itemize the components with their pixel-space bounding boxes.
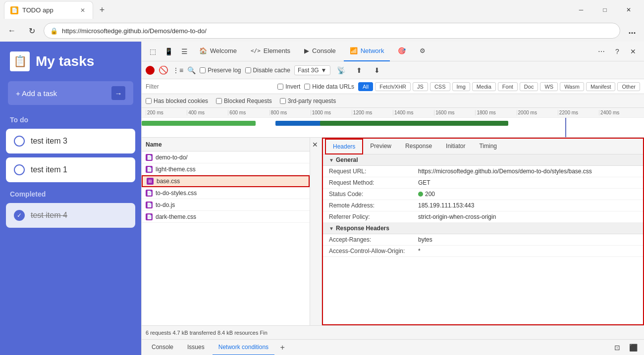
timeline-area: 200 ms 400 ms 600 ms 800 ms 1000 ms 1200… [142,108,644,138]
accept-ranges-value: bytes [418,236,432,243]
tab-headers[interactable]: Headers [325,139,363,154]
tab-response[interactable]: Response [398,139,439,154]
record-button[interactable] [146,66,155,75]
general-toggle-icon[interactable]: ▼ [329,157,334,163]
tab-timing[interactable]: Timing [472,139,504,154]
filter-tag-manifest[interactable]: Manifest [586,82,616,91]
filter-bar: Invert Hide data URLs All Fetch/XHR JS C… [142,79,644,94]
request-row-dark[interactable]: 📄 dark-theme.css [142,211,310,223]
bottom-tab-issues[interactable]: Issues [181,340,211,355]
request-method-key: Request Method: [329,179,418,186]
network-status-bar: 6 requests 4.7 kB transferred 8.4 kB res… [142,325,644,339]
hide-data-urls-checkbox[interactable]: Hide data URLs [304,83,354,90]
search-button[interactable]: 🔍 [187,66,196,74]
tab-close-button[interactable]: ✕ [79,6,87,14]
filter-tag-ws[interactable]: WS [540,82,558,91]
throttle-dropdown[interactable]: Fast 3G ▼ [294,65,330,75]
bottom-issues-label: Issues [187,344,205,351]
tab-performance[interactable]: 🎯 [392,42,412,61]
tab-network[interactable]: 📶 Network [344,42,390,61]
todo-section-label: To do [0,110,141,127]
request-row-js[interactable]: 📄 to-do.js [142,199,310,211]
tick-1600: 1600 ms [434,110,475,115]
filter-tag-fetchxhr[interactable]: Fetch/XHR [375,82,411,91]
req-icon-styles: 📄 [146,190,153,197]
bottom-tab-console[interactable]: Console [146,340,179,355]
new-tab-button[interactable]: + [95,3,109,17]
refresh-button[interactable]: ↻ [24,23,40,39]
task-label-1: test item 3 [31,137,67,146]
task-checkbox-1[interactable] [14,136,25,147]
req-icon-js: 📄 [146,202,153,208]
add-task-arrow-icon: → [111,86,125,100]
response-section-header: ▼ Response Headers [323,223,643,234]
todo-sidebar: 📋 My tasks + Add a task → To do test ite… [0,42,141,355]
filter-tag-js[interactable]: JS [413,82,428,91]
tick-1000: 1000 ms [311,110,352,115]
timing-tab-label: Timing [479,143,497,150]
bottom-tab-network-conditions[interactable]: Network conditions [213,340,274,355]
filter-tag-all[interactable]: All [358,82,373,91]
blocked-cookies-checkbox[interactable]: Has blocked cookies [146,98,208,104]
elements-icon: </> [251,48,261,54]
tab-title: TODO app [22,6,54,14]
tab-settings[interactable]: ⚙ [414,42,431,61]
invert-checkbox[interactable]: Invert [277,83,300,90]
task-checkbox-3[interactable]: ✓ [14,210,25,221]
tab-welcome[interactable]: 🏠 Welcome [193,42,243,61]
timeline-bar-3 [320,121,508,126]
preserve-log-checkbox[interactable]: Preserve log [200,67,241,74]
tab-console[interactable]: ▶ Console [298,42,342,61]
upload-icon[interactable]: ⬆ [352,63,366,77]
timeline-marker [565,118,566,137]
panel-toggle-button[interactable]: ☰ [177,45,191,58]
url-bar[interactable]: 🔒 https://microsoftedge.github.io/Demos/… [44,23,620,39]
request-row-base[interactable]: ⊞ base.css [142,175,310,187]
response-toggle-icon[interactable]: ▼ [329,226,334,231]
task-item-1[interactable]: test item 3 [6,129,135,153]
request-row-light[interactable]: 📄 light-theme.css [142,163,310,175]
filter-tag-other[interactable]: Other [617,82,640,91]
close-panel-button[interactable]: ✕ [310,140,320,150]
close-devtools-button[interactable]: ✕ [626,45,640,58]
undock-button[interactable]: ⊡ [610,341,624,355]
help-button[interactable]: ? [610,45,624,58]
task-checkbox-2[interactable] [14,164,25,175]
filter-tag-media[interactable]: Media [472,82,496,91]
tab-preview[interactable]: Preview [363,139,398,154]
minimize-button[interactable]: ─ [570,2,592,18]
request-row-styles[interactable]: 📄 to-do-styles.css [142,187,310,199]
filter-button[interactable]: ⋮≡ [172,66,183,74]
request-row-demo[interactable]: 📄 demo-to-do/ [142,152,310,163]
filter-tag-doc[interactable]: Doc [520,82,538,91]
filter-input[interactable] [146,83,273,90]
filter-tag-css[interactable]: CSS [430,82,450,91]
browser-tab[interactable]: 📄 TODO app ✕ [4,1,93,19]
dock-button[interactable]: ⬛ [626,341,640,355]
more-tools-button[interactable]: ⋯ [594,45,608,58]
task-item-2[interactable]: test item 1 [6,157,135,182]
tab-initiator[interactable]: Initiator [439,139,472,154]
add-bottom-tab-button[interactable]: + [276,342,288,354]
filter-tag-img[interactable]: Img [452,82,470,91]
clear-button[interactable]: 🚫 [159,65,168,75]
network-conditions-icon[interactable]: 📡 [334,63,348,77]
maximize-button[interactable]: □ [593,2,616,18]
close-button[interactable]: ✕ [617,2,640,18]
task-item-3[interactable]: ✓ test item 4 [6,203,135,228]
filter-tag-wasm[interactable]: Wasm [560,82,584,91]
inspect-element-button[interactable]: ⬚ [146,45,160,58]
third-party-checkbox[interactable]: 3rd-party requests [280,98,336,104]
filter-tag-font[interactable]: Font [498,82,518,91]
download-icon[interactable]: ⬇ [370,63,384,77]
disable-cache-checkbox[interactable]: Disable cache [245,67,290,74]
tab-bar: 📄 TODO app ✕ + ─ □ ✕ [0,0,644,20]
header-row-referrer: Referrer Policy: strict-origin-when-cros… [323,211,643,223]
back-button[interactable]: ← [4,23,20,39]
status-code-value: 200 [418,191,435,198]
more-options-button[interactable]: ... [624,23,640,39]
add-task-button[interactable]: + Add a task → [8,81,133,105]
device-emulation-button[interactable]: 📱 [161,45,175,58]
blocked-requests-checkbox[interactable]: Blocked Requests [216,98,272,104]
tab-elements[interactable]: </> Elements [245,42,296,61]
